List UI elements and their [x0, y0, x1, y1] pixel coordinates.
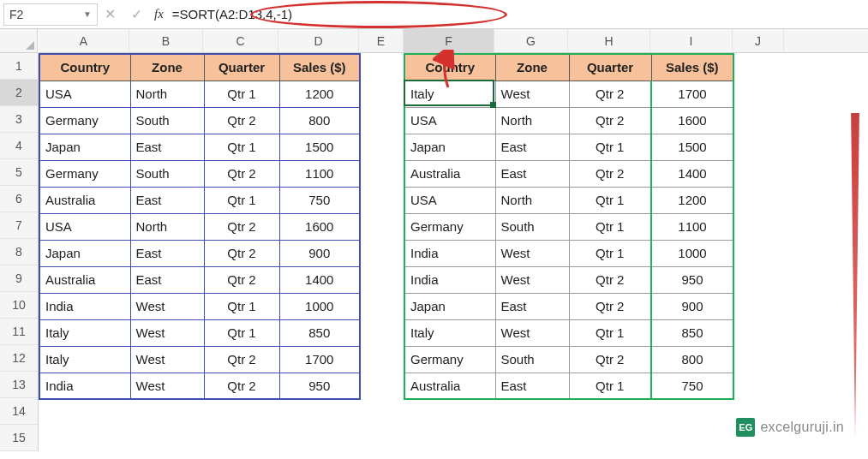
cell[interactable]: Australia — [39, 187, 130, 213]
cell[interactable]: South — [130, 107, 204, 134]
fx-icon[interactable]: fx — [149, 7, 169, 21]
cell[interactable]: Italy — [39, 319, 130, 346]
cell[interactable]: Qtr 2 — [204, 373, 279, 399]
cell[interactable]: West — [130, 293, 204, 319]
cell[interactable]: Qtr 1 — [204, 187, 279, 213]
cell[interactable]: 1600 — [279, 213, 360, 240]
cell[interactable]: West — [130, 346, 204, 373]
cell[interactable]: Germany — [404, 346, 495, 373]
cell[interactable]: East — [495, 293, 569, 319]
cell[interactable]: Qtr 1 — [569, 319, 651, 346]
cell[interactable]: 1200 — [279, 80, 360, 107]
cell[interactable]: Qtr 2 — [569, 160, 651, 187]
cell[interactable]: Qtr 1 — [204, 293, 279, 319]
cell[interactable]: USA — [404, 187, 495, 213]
cell[interactable]: South — [130, 160, 204, 187]
column-header-J[interactable]: J — [733, 29, 784, 52]
cell[interactable]: Qtr 2 — [204, 107, 279, 134]
cell[interactable]: Italy — [404, 319, 495, 346]
cell[interactable]: Italy — [39, 346, 130, 373]
cell[interactable]: 1100 — [279, 160, 360, 187]
column-header-A[interactable]: A — [39, 29, 129, 52]
select-all-corner[interactable] — [0, 29, 38, 53]
cell[interactable]: India — [404, 266, 495, 293]
cell[interactable]: Qtr 1 — [569, 187, 651, 213]
cell[interactable]: India — [39, 373, 130, 399]
column-header-D[interactable]: D — [278, 29, 359, 52]
row-header-4[interactable]: 4 — [0, 133, 38, 159]
row-header-5[interactable]: 5 — [0, 159, 38, 186]
row-header-13[interactable]: 13 — [0, 372, 38, 398]
row-header-10[interactable]: 10 — [0, 292, 38, 319]
cell[interactable]: 750 — [279, 187, 360, 213]
column-header-B[interactable]: B — [129, 29, 203, 52]
cell[interactable]: Japan — [39, 240, 130, 266]
cell[interactable]: Qtr 1 — [204, 319, 279, 346]
row-header-9[interactable]: 9 — [0, 265, 38, 292]
row-header-3[interactable]: 3 — [0, 106, 38, 133]
chevron-down-icon[interactable]: ▼ — [83, 9, 92, 19]
cell[interactable]: Qtr 1 — [569, 213, 651, 240]
cell[interactable]: Qtr 2 — [204, 266, 279, 293]
cell[interactable]: Australia — [404, 160, 495, 187]
cell[interactable]: West — [495, 266, 569, 293]
cell[interactable]: Qtr 1 — [569, 240, 651, 266]
cell[interactable]: East — [130, 187, 204, 213]
cell[interactable]: India — [404, 240, 495, 266]
cell[interactable]: Qtr 2 — [569, 346, 651, 373]
row-header-14[interactable]: 14 — [0, 398, 38, 425]
cell[interactable]: Japan — [404, 293, 495, 319]
row-header-8[interactable]: 8 — [0, 239, 38, 265]
column-header-I[interactable]: I — [650, 29, 733, 52]
cell[interactable]: West — [130, 319, 204, 346]
cell[interactable]: Japan — [39, 134, 130, 160]
cell[interactable]: East — [130, 240, 204, 266]
column-header-F[interactable]: F — [404, 29, 494, 52]
cell[interactable]: Qtr 1 — [204, 80, 279, 107]
cell[interactable]: Germany — [404, 213, 495, 240]
cell[interactable]: North — [130, 213, 204, 240]
cell[interactable]: East — [495, 134, 569, 160]
cell[interactable]: Qtr 2 — [569, 80, 651, 107]
cell[interactable]: Japan — [404, 134, 495, 160]
cell[interactable]: 850 — [651, 319, 733, 346]
cell[interactable]: Qtr 1 — [569, 373, 651, 399]
cell[interactable]: Qtr 2 — [204, 346, 279, 373]
cell[interactable]: West — [130, 373, 204, 399]
cell[interactable]: USA — [39, 213, 130, 240]
cell[interactable]: East — [495, 373, 569, 399]
cell[interactable]: Qtr 2 — [569, 293, 651, 319]
cell[interactable]: 800 — [651, 346, 733, 373]
cell[interactable]: South — [495, 213, 569, 240]
cell[interactable]: 1700 — [651, 80, 733, 107]
cell[interactable]: Australia — [39, 266, 130, 293]
name-box[interactable]: F2 ▼ — [3, 3, 98, 26]
cell[interactable]: 750 — [651, 373, 733, 399]
formula-input[interactable]: =SORT(A2:D13,4,-1) — [169, 3, 868, 26]
cell[interactable]: USA — [39, 80, 130, 107]
cell[interactable]: Qtr 1 — [569, 134, 651, 160]
row-header-11[interactable]: 11 — [0, 319, 38, 345]
cell[interactable]: USA — [404, 107, 495, 134]
cell[interactable]: North — [130, 80, 204, 107]
row-header-7[interactable]: 7 — [0, 212, 38, 239]
cell[interactable]: West — [495, 319, 569, 346]
cell[interactable]: Qtr 2 — [569, 266, 651, 293]
cell[interactable]: East — [130, 134, 204, 160]
cell[interactable]: North — [495, 187, 569, 213]
row-header-1[interactable]: 1 — [0, 53, 38, 80]
cell[interactable]: Germany — [39, 107, 130, 134]
cell[interactable]: 800 — [279, 107, 360, 134]
cell[interactable]: Qtr 2 — [204, 160, 279, 187]
column-header-C[interactable]: C — [203, 29, 278, 52]
row-header-6[interactable]: 6 — [0, 186, 38, 212]
column-header-G[interactable]: G — [494, 29, 568, 52]
cell[interactable]: Qtr 2 — [569, 107, 651, 134]
cell[interactable]: 900 — [279, 240, 360, 266]
cell[interactable]: Qtr 2 — [204, 213, 279, 240]
cell[interactable]: East — [495, 160, 569, 187]
cell[interactable]: Germany — [39, 160, 130, 187]
row-header-2[interactable]: 2 — [0, 80, 38, 106]
cell[interactable]: 1500 — [279, 134, 360, 160]
cell[interactable]: 1700 — [279, 346, 360, 373]
